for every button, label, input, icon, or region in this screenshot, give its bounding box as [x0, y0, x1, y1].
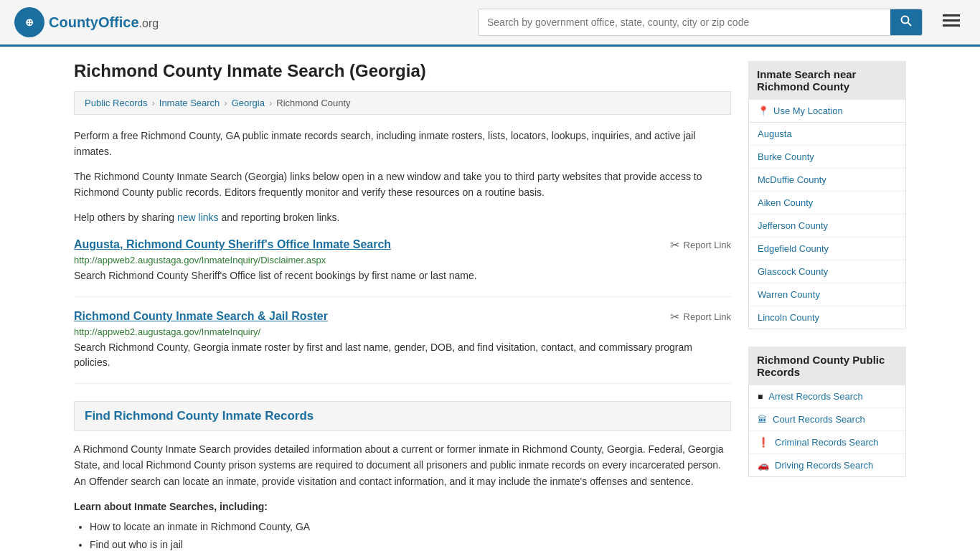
report-link-button-1[interactable]: ✂ Report Link	[670, 238, 731, 252]
sidebar-link-warren[interactable]: Warren County	[749, 283, 905, 306]
sidebar-item-driving: 🚗 Driving Records Search	[749, 454, 905, 476]
sidebar-item-court: 🏛 Court Records Search	[749, 408, 905, 431]
breadcrumb-richmond-county: Richmond County	[276, 98, 350, 108]
breadcrumb-sep-1: ›	[151, 98, 154, 108]
sidebar-link-arrest[interactable]: ■ Arrest Records Search	[749, 385, 905, 408]
svg-rect-6	[943, 24, 960, 27]
search-bar	[478, 9, 923, 36]
sidebar-link-mcduffie[interactable]: McDuffie County	[749, 169, 905, 191]
intro-para-1: Perform a free Richmond County, GA publi…	[74, 128, 731, 160]
svg-point-2	[902, 17, 909, 24]
use-my-location-label: Use My Location	[773, 105, 843, 116]
breadcrumb-sep-3: ›	[269, 98, 272, 108]
result-desc-1: Search Richmond County Sheriff's Office …	[74, 268, 731, 283]
court-label: Court Records Search	[773, 414, 865, 425]
breadcrumb-sep-2: ›	[224, 98, 227, 108]
find-section-title: Find Richmond County Inmate Records	[85, 409, 720, 423]
sidebar-item-aiken: Aiken County	[749, 192, 905, 215]
new-links-link[interactable]: new links	[177, 212, 219, 223]
intro-para3-before: Help others by sharing	[74, 212, 177, 223]
result-entry-1: Augusta, Richmond County Sheriff's Offic…	[74, 238, 731, 297]
sidebar-item-mcduffie: McDuffie County	[749, 169, 905, 192]
sidebar-link-driving[interactable]: 🚗 Driving Records Search	[749, 454, 905, 476]
bullet-item-2: Find out who is in jail	[90, 536, 731, 551]
court-icon: 🏛	[758, 414, 767, 425]
site-header: ⊕ CountyOffice.org	[0, 0, 980, 47]
sidebar-item-glascock: Glascock County	[749, 260, 905, 283]
hamburger-menu-button[interactable]	[937, 10, 966, 34]
page-title: Richmond County Inmate Search (Georgia)	[74, 61, 731, 81]
breadcrumb-inmate-search[interactable]: Inmate Search	[159, 98, 220, 108]
result-header-2: Richmond County Inmate Search & Jail Ros…	[74, 310, 731, 324]
search-input[interactable]	[479, 9, 890, 35]
logo-icon: ⊕	[14, 7, 44, 37]
result-title-2[interactable]: Richmond County Inmate Search & Jail Ros…	[74, 310, 328, 323]
driving-icon: 🚗	[758, 460, 769, 471]
find-section-body: A Richmond County Inmate Search provides…	[74, 441, 731, 489]
logo-label: CountyOffice.org	[49, 14, 159, 31]
sidebar-item-edgefield: Edgefield County	[749, 237, 905, 260]
svg-text:⊕: ⊕	[25, 17, 34, 28]
public-records-list: ■ Arrest Records Search 🏛 Court Records …	[748, 385, 906, 477]
result-url-1: http://appweb2.augustaga.gov/InmateInqui…	[74, 255, 731, 265]
report-link-button-2[interactable]: ✂ Report Link	[670, 310, 731, 324]
result-url-2: http://appweb2.augustaga.gov/InmateInqui…	[74, 326, 731, 337]
report-icon-2: ✂	[670, 310, 679, 324]
sidebar-item-lincoln: Lincoln County	[749, 306, 905, 329]
learn-title: Learn about Inmate Searches, including:	[74, 501, 731, 512]
sidebar-link-court[interactable]: 🏛 Court Records Search	[749, 408, 905, 430]
svg-rect-5	[943, 19, 960, 22]
criminal-label: Criminal Records Search	[775, 437, 879, 448]
nearby-list: Augusta Burke County McDuffie County Aik…	[748, 123, 906, 329]
sidebar-item-augusta: Augusta	[749, 123, 905, 146]
learn-bullet-list: How to locate an inmate in Richmond Coun…	[74, 518, 731, 551]
svg-line-3	[908, 23, 912, 27]
sidebar-link-criminal[interactable]: ❗ Criminal Records Search	[749, 431, 905, 453]
breadcrumb: Public Records › Inmate Search › Georgia…	[74, 91, 731, 115]
search-button[interactable]	[890, 9, 922, 35]
sidebar-item-warren: Warren County	[749, 283, 905, 306]
report-icon-1: ✂	[670, 238, 679, 252]
sidebar: Inmate Search near Richmond County 📍 Use…	[748, 61, 906, 551]
sidebar-nearby-section: Inmate Search near Richmond County 📍 Use…	[748, 61, 906, 329]
result-header-1: Augusta, Richmond County Sheriff's Offic…	[74, 238, 731, 252]
location-pin-icon: 📍	[758, 105, 769, 116]
sidebar-public-records-section: Richmond County Public Records ■ Arrest …	[748, 347, 906, 477]
arrest-icon: ■	[758, 392, 763, 402]
report-label-2: Report Link	[684, 311, 731, 322]
site-logo[interactable]: ⊕ CountyOffice.org	[14, 7, 159, 37]
driving-label: Driving Records Search	[775, 460, 873, 471]
sidebar-link-lincoln[interactable]: Lincoln County	[749, 306, 905, 329]
sidebar-link-burke[interactable]: Burke County	[749, 146, 905, 168]
svg-rect-4	[943, 14, 960, 17]
breadcrumb-public-records[interactable]: Public Records	[85, 98, 147, 108]
page-container: Richmond County Inmate Search (Georgia) …	[60, 47, 920, 551]
intro-para-3: Help others by sharing new links and rep…	[74, 209, 731, 225]
find-section-header: Find Richmond County Inmate Records	[74, 401, 731, 431]
result-entry-2: Richmond County Inmate Search & Jail Ros…	[74, 310, 731, 384]
result-title-1[interactable]: Augusta, Richmond County Sheriff's Offic…	[74, 238, 391, 251]
main-content: Richmond County Inmate Search (Georgia) …	[74, 61, 731, 551]
sidebar-link-jefferson[interactable]: Jefferson County	[749, 215, 905, 237]
report-label-1: Report Link	[684, 240, 731, 250]
result-desc-2: Search Richmond County, Georgia inmate r…	[74, 340, 731, 370]
sidebar-link-edgefield[interactable]: Edgefield County	[749, 237, 905, 260]
arrest-label: Arrest Records Search	[768, 391, 863, 402]
sidebar-link-glascock[interactable]: Glascock County	[749, 260, 905, 283]
sidebar-link-augusta[interactable]: Augusta	[749, 123, 905, 145]
intro-para3-after: and reporting broken links.	[219, 212, 340, 223]
bullet-item-1: How to locate an inmate in Richmond Coun…	[90, 518, 731, 536]
sidebar-item-burke: Burke County	[749, 146, 905, 169]
breadcrumb-georgia[interactable]: Georgia	[232, 98, 265, 108]
sidebar-item-arrest: ■ Arrest Records Search	[749, 385, 905, 408]
sidebar-link-aiken[interactable]: Aiken County	[749, 192, 905, 214]
use-my-location-link[interactable]: 📍 Use My Location	[748, 100, 906, 123]
criminal-icon: ❗	[758, 437, 769, 448]
sidebar-public-records-title: Richmond County Public Records	[748, 347, 906, 385]
sidebar-nearby-title: Inmate Search near Richmond County	[748, 61, 906, 100]
intro-para-2: The Richmond County Inmate Search (Georg…	[74, 169, 731, 201]
sidebar-item-jefferson: Jefferson County	[749, 215, 905, 237]
sidebar-item-criminal: ❗ Criminal Records Search	[749, 431, 905, 454]
